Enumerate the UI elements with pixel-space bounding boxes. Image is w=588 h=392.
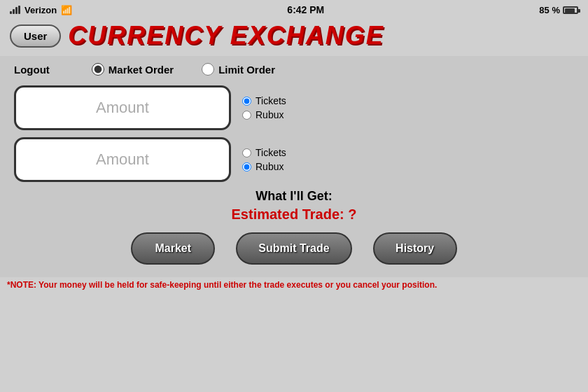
status-bar: Verizon 📶 6:42 PM 85 % xyxy=(0,0,588,18)
input-row-2: Tickets Rubux xyxy=(14,137,574,182)
rubux-option-2[interactable]: Rubux xyxy=(242,161,286,172)
amount-input-2[interactable] xyxy=(14,137,231,182)
tickets-option-2[interactable]: Tickets xyxy=(242,147,286,158)
limit-order-label[interactable]: Limit Order xyxy=(202,63,275,76)
currency-options-1: Tickets Rubux xyxy=(242,95,286,120)
user-button[interactable]: User xyxy=(10,24,61,48)
top-controls: Logout Market Order Limit Order xyxy=(14,63,574,76)
currency-options-2: Tickets Rubux xyxy=(242,147,286,172)
submit-trade-button[interactable]: Submit Trade xyxy=(236,232,351,265)
history-button[interactable]: History xyxy=(373,232,457,265)
limit-order-radio[interactable] xyxy=(202,63,214,76)
tickets-radio-2[interactable] xyxy=(242,148,251,158)
rubux-option-1[interactable]: Rubux xyxy=(242,109,286,120)
market-order-label[interactable]: Market Order xyxy=(92,63,174,76)
estimated-trade: Estimated Trade: ? xyxy=(14,206,574,223)
wifi-icon: 📶 xyxy=(61,5,72,15)
logout-button[interactable]: Logout xyxy=(14,64,50,76)
note-text: *NOTE: Your money will be held for safe-… xyxy=(0,277,588,293)
market-order-radio[interactable] xyxy=(92,63,104,76)
market-button[interactable]: Market xyxy=(131,232,215,265)
status-right: 85 % xyxy=(539,5,578,15)
app-title: Currency Exchange xyxy=(68,21,384,50)
main-content: Logout Market Order Limit Order Tickets … xyxy=(0,56,588,277)
battery-percentage: 85 % xyxy=(539,5,560,15)
order-type-group: Market Order Limit Order xyxy=(92,63,275,76)
battery-icon xyxy=(563,6,578,14)
rubux-radio-1[interactable] xyxy=(242,111,251,120)
what-label: What I'll Get: xyxy=(14,189,574,204)
tickets-radio-1[interactable] xyxy=(242,97,251,106)
header: User Currency Exchange xyxy=(0,18,588,56)
signal-icon xyxy=(10,6,20,14)
carrier-label: Verizon xyxy=(24,5,57,15)
bottom-buttons: Market Submit Trade History xyxy=(14,232,574,265)
tickets-option-1[interactable]: Tickets xyxy=(242,95,286,106)
rubux-radio-2[interactable] xyxy=(242,162,251,172)
amount-input-1[interactable] xyxy=(14,85,231,130)
status-left: Verizon 📶 xyxy=(10,5,72,15)
time-display: 6:42 PM xyxy=(287,4,324,15)
input-row-1: Tickets Rubux xyxy=(14,85,574,130)
result-section: What I'll Get: Estimated Trade: ? xyxy=(14,189,574,223)
